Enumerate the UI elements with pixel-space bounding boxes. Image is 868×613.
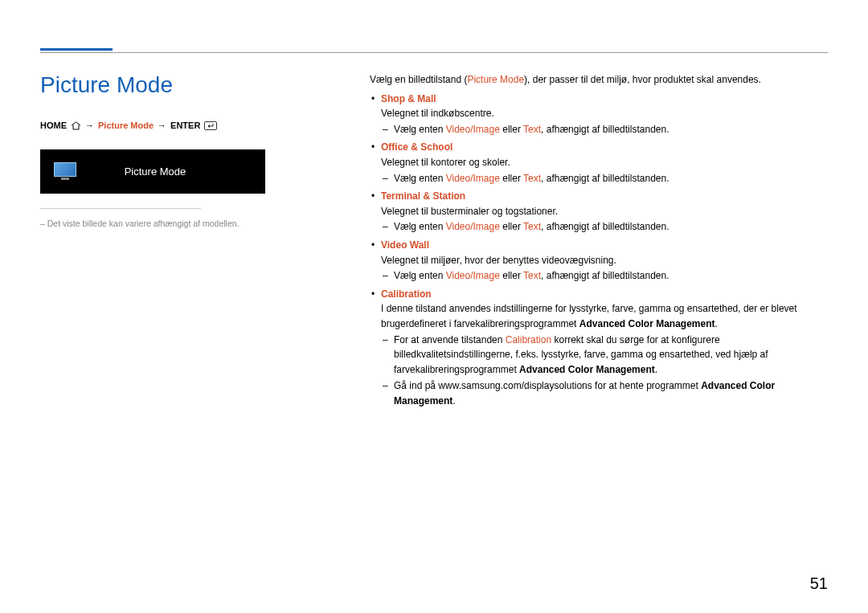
page-number: 51 <box>810 574 828 593</box>
mode-name: Video Wall <box>381 238 828 253</box>
svg-rect-0 <box>205 121 217 129</box>
mode-calibration: Calibration I denne tilstand anvendes in… <box>381 287 828 409</box>
mode-shop: Shop & Mall Velegnet til indkøbscentre. … <box>381 92 828 137</box>
mode-desc: Velegnet til indkøbscentre. <box>381 106 828 121</box>
breadcrumb-home: HOME <box>40 121 67 130</box>
right-column: Vælg en billedtilstand (Picture Mode), d… <box>370 72 828 411</box>
calibration-note-2: Gå ind på www.samsung.com/displaysolutio… <box>394 378 828 408</box>
section-marker <box>40 48 113 51</box>
calibration-note-1: For at anvende tilstanden Calibration ko… <box>394 333 828 378</box>
select-option-line: Vælg enten Video/Image eller Text, afhæn… <box>394 268 828 284</box>
breadcrumb-enter: ENTER <box>170 121 200 130</box>
home-icon <box>71 121 81 130</box>
mode-name: Terminal & Station <box>381 189 828 204</box>
select-option-line: Vælg enten Video/Image eller Text, afhæn… <box>394 122 828 137</box>
footnote: Det viste billede kan variere afhængigt … <box>40 219 338 228</box>
select-option-line: Vælg enten Video/Image eller Text, afhæn… <box>394 219 828 235</box>
divider <box>40 52 828 53</box>
screenshot-label: Picture Mode <box>77 166 265 178</box>
mode-desc: Velegnet til kontorer og skoler. <box>381 155 828 170</box>
breadcrumb: HOME → Picture Mode → ENTER <box>40 121 338 130</box>
enter-icon <box>204 121 217 130</box>
mode-name: Office & School <box>381 140 828 155</box>
mode-terminal: Terminal & Station Velegnet til bustermi… <box>381 189 828 235</box>
left-column: Picture Mode HOME → Picture Mode → ENTER <box>40 72 338 411</box>
mode-desc: Velegnet til busterminaler og togstation… <box>381 204 828 219</box>
monitor-icon <box>53 162 77 182</box>
breadcrumb-step: Picture Mode <box>98 121 154 130</box>
mode-desc: Velegnet til miljøer, hvor der benyttes … <box>381 253 828 268</box>
mode-name: Calibration <box>381 287 828 302</box>
mode-videowall: Video Wall Velegnet til miljøer, hvor de… <box>381 238 828 284</box>
page-title: Picture Mode <box>40 72 338 98</box>
mode-name: Shop & Mall <box>381 92 828 107</box>
intro-text: Vælg en billedtilstand (Picture Mode), d… <box>370 72 828 88</box>
arrow-icon: → <box>158 121 166 130</box>
select-option-line: Vælg enten Video/Image eller Text, afhæn… <box>394 171 828 186</box>
mode-desc: I denne tilstand anvendes indstillingern… <box>381 301 828 331</box>
arrow-icon: → <box>85 121 94 130</box>
divider <box>40 208 201 209</box>
ui-screenshot-preview: Picture Mode <box>40 149 265 194</box>
mode-office: Office & School Velegnet til kontorer og… <box>381 140 828 186</box>
